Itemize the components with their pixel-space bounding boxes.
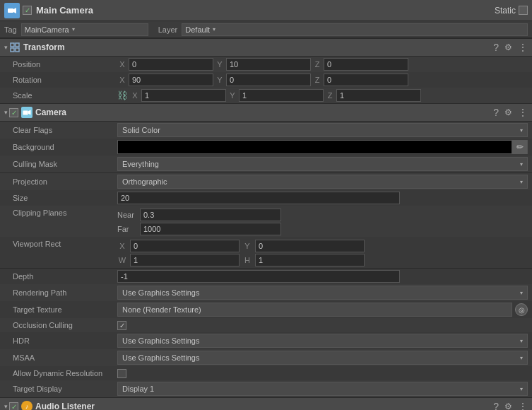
background-row: Background ✏ [0,139,532,156]
camera-section-header[interactable]: ▾ Camera ? ⚙ ⋮ [0,103,532,122]
rotation-x-field[interactable] [129,74,213,86]
target-display-text: Display 1 [122,385,154,393]
target-display-dropdown[interactable]: Display 1 ▾ [117,382,528,396]
clear-flags-row: Clear Flags Solid Color ▾ [0,122,532,139]
audio-section-header[interactable]: ▾ ♪ Audio Listener ? ⚙ ⋮ [0,397,532,410]
position-z-field[interactable] [324,58,408,71]
projection-value: Orthographic ▾ [117,175,528,189]
background-color-picker-btn[interactable]: ✏ [512,140,527,154]
audio-menu-icon[interactable]: ⋮ [518,401,528,410]
scale-x-field[interactable] [141,89,226,102]
rendering-path-arrow: ▾ [520,290,523,296]
depth-value [117,270,528,283]
enable-toggle[interactable] [23,6,32,15]
transform-settings-icon[interactable]: ⚙ [504,42,512,52]
scale-x-label: X [130,91,140,100]
clipping-planes-value: Near Far [117,209,528,235]
clipping-planes-row: Clipping Planes Near Far [0,206,532,237]
audio-controls: ? ⚙ ⋮ [493,401,528,410]
far-field[interactable] [140,223,281,235]
allow-dynamic-label: Allow Dynamic Resolution [4,369,117,377]
svg-rect-6 [23,111,28,115]
clipping-planes-label: Clipping Planes [4,209,117,217]
viewport-x-field[interactable] [130,240,240,252]
layer-dropdown[interactable]: Default ▾ [182,23,528,36]
tag-dropdown[interactable]: MainCamera ▾ [21,23,148,36]
position-y-label: Y [215,60,225,69]
viewport-x-label: X [117,242,127,250]
depth-field[interactable] [117,270,400,283]
camera-settings-icon[interactable]: ⚙ [504,107,512,117]
projection-dropdown[interactable]: Orthographic ▾ [117,175,528,189]
occlusion-culling-value [117,321,528,330]
target-texture-circle-btn[interactable]: ◎ [515,303,528,316]
tag-value: MainCamera [25,25,69,34]
audio-settings-icon[interactable]: ⚙ [504,402,512,410]
position-xyz: X Y Z [117,58,528,71]
scale-y-item: Y [227,89,324,102]
scale-xyz: X Y Z [130,89,528,102]
scale-label: Scale [4,91,117,100]
rotation-label: Rotation [4,76,117,84]
target-texture-dropdown[interactable]: None (Render Texture) [117,303,512,317]
viewport-w-field[interactable] [130,254,240,266]
size-field[interactable] [117,192,400,204]
camera-enable-toggle[interactable] [9,108,18,117]
near-field[interactable] [140,209,281,221]
transform-icon [9,42,20,53]
svg-marker-1 [13,8,16,13]
rendering-path-dropdown[interactable]: Use Graphics Settings ▾ [117,286,528,300]
target-texture-label: Target Texture [4,305,117,314]
camera-menu-icon[interactable]: ⋮ [518,107,528,118]
msaa-dropdown[interactable]: Use Graphics Settings ▾ [117,351,528,365]
projection-row: Projection Orthographic ▾ [0,173,532,190]
static-checkbox[interactable] [519,6,528,15]
clear-flags-value: Solid Color ▾ [117,123,528,137]
transform-collapse-icon: ▾ [4,44,8,51]
main-header: Main Camera Static [0,0,532,21]
viewport-h-field[interactable] [255,254,365,266]
occlusion-culling-row: Occlusion Culling [0,318,532,332]
clear-flags-text: Solid Color [122,126,160,134]
scale-value: ⛓ X Y Z [117,89,528,102]
culling-mask-text: Everything [122,160,159,168]
audio-help-icon[interactable]: ? [493,401,499,410]
position-y-field[interactable] [226,58,311,71]
rendering-path-row: Rendering Path Use Graphics Settings ▾ [0,284,532,301]
rotation-y-field[interactable] [226,74,311,86]
rotation-xyz: X Y Z [117,74,528,86]
occlusion-culling-checkbox[interactable] [117,321,126,330]
clear-flags-arrow: ▾ [520,127,523,134]
audio-section-icon: ♪ [21,401,32,410]
camera-help-icon[interactable]: ? [493,107,499,118]
transform-menu-icon[interactable]: ⋮ [518,42,528,53]
layer-value: Default [185,25,210,34]
svg-rect-2 [11,43,14,47]
audio-enable-toggle[interactable] [9,402,18,411]
viewport-w-label: W [117,256,127,264]
target-texture-text: None (Render Texture) [122,305,201,314]
scale-y-field[interactable] [239,89,324,102]
msaa-arrow: ▾ [520,355,523,361]
background-color-field[interactable]: ✏ [117,140,528,154]
viewport-y-field[interactable] [255,240,365,252]
hdr-dropdown[interactable]: Use Graphics Settings ▾ [117,334,528,348]
layer-label: Layer [158,25,178,34]
culling-mask-dropdown[interactable]: Everything ▾ [117,157,528,171]
position-x-item: X [117,58,213,71]
allow-dynamic-checkbox[interactable] [117,369,126,378]
viewport-rect-label: Viewport Rect [4,240,117,248]
scale-z-item: Z [325,89,421,102]
msaa-label: MSAA [4,353,117,362]
rotation-z-field[interactable] [324,74,408,86]
scale-z-field[interactable] [336,89,421,102]
position-x-field[interactable] [129,58,213,71]
scale-link-icon[interactable]: ⛓ [117,90,127,101]
transform-section-header[interactable]: ▾ Transform ? ⚙ ⋮ [0,38,532,57]
position-z-item: Z [312,58,408,71]
clear-flags-dropdown[interactable]: Solid Color ▾ [117,123,528,137]
transform-help-icon[interactable]: ? [493,42,499,53]
rotation-value: X Y Z [117,74,528,86]
transform-title: Transform [23,42,493,52]
size-label: Size [4,194,117,202]
